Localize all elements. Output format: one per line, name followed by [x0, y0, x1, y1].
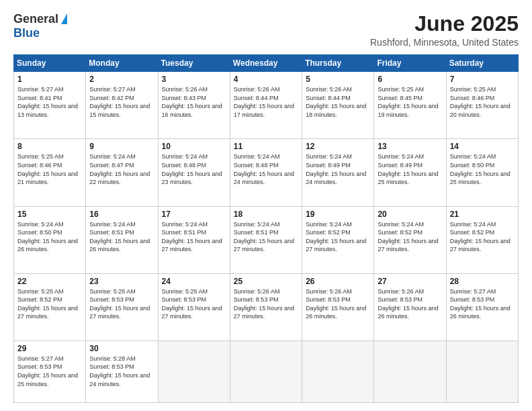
header-right: June 2025 Rushford, Minnesota, United St… — [370, 12, 519, 48]
calendar-day-cell: 8Sunrise: 5:25 AMSunset: 8:46 PMDaylight… — [14, 139, 86, 206]
weekday-header-wednesday: Wednesday — [230, 55, 302, 72]
calendar-day-cell: 16Sunrise: 5:24 AMSunset: 8:51 PMDayligh… — [86, 206, 158, 273]
location: Rushford, Minnesota, United States — [370, 37, 519, 48]
calendar-table: SundayMondayTuesdayWednesdayThursdayFrid… — [13, 54, 519, 403]
day-info: Sunrise: 5:26 AMSunset: 8:44 PMDaylight:… — [306, 85, 370, 119]
calendar-day-cell: 26Sunrise: 5:26 AMSunset: 8:53 PMDayligh… — [302, 273, 374, 340]
day-number: 2 — [89, 75, 154, 84]
calendar-day-cell: 19Sunrise: 5:24 AMSunset: 8:52 PMDayligh… — [302, 206, 374, 273]
day-number: 8 — [17, 142, 82, 151]
calendar-day-cell: 17Sunrise: 5:24 AMSunset: 8:51 PMDayligh… — [158, 206, 230, 273]
calendar-day-cell: 25Sunrise: 5:26 AMSunset: 8:53 PMDayligh… — [230, 273, 302, 340]
calendar-day-cell: 18Sunrise: 5:24 AMSunset: 8:51 PMDayligh… — [230, 206, 302, 273]
weekday-header-friday: Friday — [374, 55, 446, 72]
day-info: Sunrise: 5:26 AMSunset: 8:44 PMDaylight:… — [234, 85, 298, 119]
calendar-day-cell: 20Sunrise: 5:24 AMSunset: 8:52 PMDayligh… — [374, 206, 446, 273]
calendar-day-cell: 10Sunrise: 5:24 AMSunset: 8:48 PMDayligh… — [158, 139, 230, 206]
calendar-day-cell: 30Sunrise: 5:28 AMSunset: 8:53 PMDayligh… — [86, 340, 158, 402]
weekday-header-tuesday: Tuesday — [158, 55, 230, 72]
calendar-day-cell: 2Sunrise: 5:27 AMSunset: 8:42 PMDaylight… — [86, 72, 158, 139]
day-number: 28 — [450, 277, 515, 286]
calendar-week-2: 8Sunrise: 5:25 AMSunset: 8:46 PMDaylight… — [14, 139, 519, 206]
day-info: Sunrise: 5:27 AMSunset: 8:53 PMDaylight:… — [450, 287, 515, 321]
day-number: 1 — [17, 75, 82, 84]
logo: General Blue — [13, 12, 67, 40]
day-number: 3 — [162, 75, 226, 84]
day-number: 17 — [162, 210, 226, 219]
calendar-day-cell: 9Sunrise: 5:24 AMSunset: 8:47 PMDaylight… — [86, 139, 158, 206]
day-info: Sunrise: 5:25 AMSunset: 8:46 PMDaylight:… — [450, 85, 515, 119]
day-info: Sunrise: 5:25 AMSunset: 8:52 PMDaylight:… — [17, 287, 82, 321]
day-number: 13 — [378, 142, 442, 151]
calendar-day-cell: 12Sunrise: 5:24 AMSunset: 8:49 PMDayligh… — [302, 139, 374, 206]
calendar-day-cell: 1Sunrise: 5:27 AMSunset: 8:41 PMDaylight… — [14, 72, 86, 139]
day-info: Sunrise: 5:24 AMSunset: 8:51 PMDaylight:… — [234, 220, 298, 254]
day-number: 11 — [234, 142, 298, 151]
day-number: 15 — [17, 210, 82, 219]
calendar-week-1: 1Sunrise: 5:27 AMSunset: 8:41 PMDaylight… — [14, 72, 519, 139]
calendar-day-cell: 13Sunrise: 5:24 AMSunset: 8:49 PMDayligh… — [374, 139, 446, 206]
day-info: Sunrise: 5:25 AMSunset: 8:53 PMDaylight:… — [89, 287, 154, 321]
calendar-day-cell — [374, 340, 446, 402]
day-number: 24 — [162, 277, 226, 286]
day-info: Sunrise: 5:24 AMSunset: 8:51 PMDaylight:… — [162, 220, 226, 254]
day-number: 18 — [234, 210, 298, 219]
calendar-day-cell: 27Sunrise: 5:26 AMSunset: 8:53 PMDayligh… — [374, 273, 446, 340]
calendar-day-cell: 7Sunrise: 5:25 AMSunset: 8:46 PMDaylight… — [446, 72, 518, 139]
calendar-week-5: 29Sunrise: 5:27 AMSunset: 8:53 PMDayligh… — [14, 340, 519, 402]
logo-triangle-icon — [61, 13, 67, 24]
day-info: Sunrise: 5:28 AMSunset: 8:53 PMDaylight:… — [89, 355, 154, 388]
day-info: Sunrise: 5:24 AMSunset: 8:50 PMDaylight:… — [450, 152, 515, 186]
day-info: Sunrise: 5:24 AMSunset: 8:50 PMDaylight:… — [17, 220, 82, 254]
day-info: Sunrise: 5:24 AMSunset: 8:48 PMDaylight:… — [162, 152, 226, 186]
day-number: 30 — [89, 344, 154, 353]
calendar-day-cell: 15Sunrise: 5:24 AMSunset: 8:50 PMDayligh… — [14, 206, 86, 273]
day-number: 26 — [306, 277, 370, 286]
weekday-header-thursday: Thursday — [302, 55, 374, 72]
day-number: 29 — [17, 344, 82, 353]
day-number: 22 — [17, 277, 82, 286]
calendar-day-cell: 6Sunrise: 5:25 AMSunset: 8:45 PMDaylight… — [374, 72, 446, 139]
day-info: Sunrise: 5:25 AMSunset: 8:53 PMDaylight:… — [162, 287, 226, 321]
calendar-day-cell: 29Sunrise: 5:27 AMSunset: 8:53 PMDayligh… — [14, 340, 86, 402]
calendar-week-4: 22Sunrise: 5:25 AMSunset: 8:52 PMDayligh… — [14, 273, 519, 340]
day-info: Sunrise: 5:26 AMSunset: 8:53 PMDaylight:… — [234, 287, 298, 321]
day-info: Sunrise: 5:26 AMSunset: 8:43 PMDaylight:… — [162, 85, 226, 119]
weekday-header-monday: Monday — [86, 55, 158, 72]
calendar-day-cell: 5Sunrise: 5:26 AMSunset: 8:44 PMDaylight… — [302, 72, 374, 139]
calendar-day-cell — [230, 340, 302, 402]
day-number: 14 — [450, 142, 515, 151]
calendar-week-3: 15Sunrise: 5:24 AMSunset: 8:50 PMDayligh… — [14, 206, 519, 273]
calendar-day-cell: 14Sunrise: 5:24 AMSunset: 8:50 PMDayligh… — [446, 139, 518, 206]
weekday-header-saturday: Saturday — [446, 55, 518, 72]
header: General Blue June 2025 Rushford, Minneso… — [13, 12, 519, 48]
calendar-day-cell — [446, 340, 518, 402]
calendar-day-cell — [302, 340, 374, 402]
day-number: 23 — [89, 277, 154, 286]
day-number: 12 — [306, 142, 370, 151]
calendar-day-cell: 24Sunrise: 5:25 AMSunset: 8:53 PMDayligh… — [158, 273, 230, 340]
day-info: Sunrise: 5:24 AMSunset: 8:48 PMDaylight:… — [234, 152, 298, 186]
day-number: 27 — [378, 277, 442, 286]
day-number: 21 — [450, 210, 515, 219]
day-number: 10 — [162, 142, 226, 151]
day-info: Sunrise: 5:24 AMSunset: 8:51 PMDaylight:… — [89, 220, 154, 254]
calendar-day-cell — [158, 340, 230, 402]
calendar-day-cell: 22Sunrise: 5:25 AMSunset: 8:52 PMDayligh… — [14, 273, 86, 340]
day-info: Sunrise: 5:27 AMSunset: 8:41 PMDaylight:… — [17, 85, 82, 119]
day-number: 4 — [234, 75, 298, 84]
day-info: Sunrise: 5:25 AMSunset: 8:46 PMDaylight:… — [17, 152, 82, 186]
logo-general-text: General — [13, 12, 58, 26]
day-number: 7 — [450, 75, 515, 84]
day-info: Sunrise: 5:27 AMSunset: 8:53 PMDaylight:… — [17, 355, 82, 388]
day-info: Sunrise: 5:24 AMSunset: 8:47 PMDaylight:… — [89, 152, 154, 186]
day-number: 20 — [378, 210, 442, 219]
day-number: 9 — [89, 142, 154, 151]
calendar-day-cell: 28Sunrise: 5:27 AMSunset: 8:53 PMDayligh… — [446, 273, 518, 340]
day-info: Sunrise: 5:26 AMSunset: 8:53 PMDaylight:… — [306, 287, 370, 321]
day-info: Sunrise: 5:24 AMSunset: 8:49 PMDaylight:… — [306, 152, 370, 186]
day-number: 5 — [306, 75, 370, 84]
weekday-header-sunday: Sunday — [14, 55, 86, 72]
day-info: Sunrise: 5:26 AMSunset: 8:53 PMDaylight:… — [378, 287, 442, 321]
day-info: Sunrise: 5:24 AMSunset: 8:52 PMDaylight:… — [306, 220, 370, 254]
